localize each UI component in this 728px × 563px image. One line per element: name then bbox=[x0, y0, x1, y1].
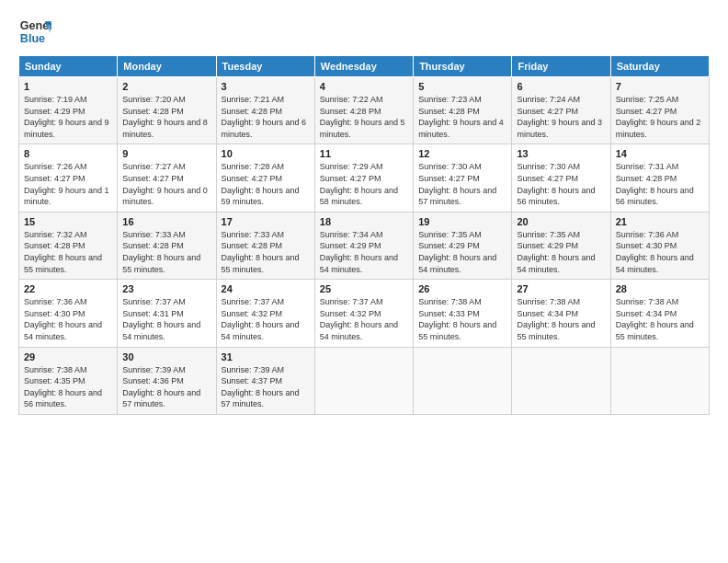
calendar-week-5: 29Sunrise: 7:38 AMSunset: 4:35 PMDayligh… bbox=[19, 347, 710, 414]
column-header-friday: Friday bbox=[512, 56, 610, 77]
day-number: 15 bbox=[24, 216, 112, 227]
calendar-cell: 11Sunrise: 7:29 AMSunset: 4:27 PMDayligh… bbox=[314, 144, 413, 212]
day-number: 25 bbox=[320, 283, 408, 294]
day-info: Sunrise: 7:39 AMSunset: 4:37 PMDaylight:… bbox=[222, 364, 310, 410]
calendar-week-4: 22Sunrise: 7:36 AMSunset: 4:30 PMDayligh… bbox=[19, 280, 710, 347]
day-number: 12 bbox=[418, 148, 506, 159]
day-info: Sunrise: 7:21 AMSunset: 4:28 PMDaylight:… bbox=[222, 94, 310, 140]
day-info: Sunrise: 7:33 AMSunset: 4:28 PMDaylight:… bbox=[122, 229, 210, 275]
day-info: Sunrise: 7:31 AMSunset: 4:28 PMDaylight:… bbox=[616, 161, 704, 207]
day-info: Sunrise: 7:38 AMSunset: 4:35 PMDaylight:… bbox=[24, 364, 112, 410]
day-info: Sunrise: 7:34 AMSunset: 4:29 PMDaylight:… bbox=[320, 229, 408, 275]
day-info: Sunrise: 7:29 AMSunset: 4:27 PMDaylight:… bbox=[320, 161, 408, 207]
day-number: 3 bbox=[222, 81, 310, 92]
calendar-cell: 21Sunrise: 7:36 AMSunset: 4:30 PMDayligh… bbox=[610, 212, 709, 279]
logo-icon: General Blue bbox=[18, 15, 51, 48]
day-number: 31 bbox=[222, 351, 310, 362]
day-info: Sunrise: 7:38 AMSunset: 4:33 PMDaylight:… bbox=[418, 296, 506, 342]
day-number: 30 bbox=[122, 351, 210, 362]
day-info: Sunrise: 7:38 AMSunset: 4:34 PMDaylight:… bbox=[517, 296, 605, 342]
day-info: Sunrise: 7:33 AMSunset: 4:28 PMDaylight:… bbox=[222, 229, 310, 275]
calendar-cell: 18Sunrise: 7:34 AMSunset: 4:29 PMDayligh… bbox=[314, 212, 413, 279]
calendar-cell: 28Sunrise: 7:38 AMSunset: 4:34 PMDayligh… bbox=[610, 280, 709, 347]
day-number: 10 bbox=[222, 148, 310, 159]
calendar-cell: 17Sunrise: 7:33 AMSunset: 4:28 PMDayligh… bbox=[216, 212, 314, 279]
column-header-tuesday: Tuesday bbox=[216, 56, 314, 77]
calendar-cell: 31Sunrise: 7:39 AMSunset: 4:37 PMDayligh… bbox=[216, 347, 314, 414]
page: General Blue SundayMondayTuesdayWednesda… bbox=[0, 0, 728, 563]
calendar-cell: 8Sunrise: 7:26 AMSunset: 4:27 PMDaylight… bbox=[19, 144, 118, 212]
day-info: Sunrise: 7:27 AMSunset: 4:27 PMDaylight:… bbox=[122, 161, 210, 207]
calendar-cell: 24Sunrise: 7:37 AMSunset: 4:32 PMDayligh… bbox=[216, 280, 314, 347]
calendar-cell: 1Sunrise: 7:19 AMSunset: 4:29 PMDaylight… bbox=[19, 77, 118, 144]
calendar-cell: 23Sunrise: 7:37 AMSunset: 4:31 PMDayligh… bbox=[118, 280, 216, 347]
day-number: 14 bbox=[616, 148, 704, 159]
day-number: 29 bbox=[24, 351, 112, 362]
column-header-sunday: Sunday bbox=[19, 56, 118, 77]
calendar-cell: 15Sunrise: 7:32 AMSunset: 4:28 PMDayligh… bbox=[19, 212, 118, 279]
calendar-cell bbox=[314, 347, 413, 414]
day-number: 16 bbox=[122, 216, 210, 227]
calendar-cell: 25Sunrise: 7:37 AMSunset: 4:32 PMDayligh… bbox=[314, 280, 413, 347]
day-info: Sunrise: 7:28 AMSunset: 4:27 PMDaylight:… bbox=[222, 161, 310, 207]
day-info: Sunrise: 7:36 AMSunset: 4:30 PMDaylight:… bbox=[616, 229, 704, 275]
column-header-wednesday: Wednesday bbox=[314, 56, 413, 77]
calendar-cell: 16Sunrise: 7:33 AMSunset: 4:28 PMDayligh… bbox=[118, 212, 216, 279]
calendar-cell: 26Sunrise: 7:38 AMSunset: 4:33 PMDayligh… bbox=[414, 280, 512, 347]
day-number: 23 bbox=[122, 283, 210, 294]
day-info: Sunrise: 7:35 AMSunset: 4:29 PMDaylight:… bbox=[517, 229, 605, 275]
column-header-thursday: Thursday bbox=[414, 56, 512, 77]
day-info: Sunrise: 7:30 AMSunset: 4:27 PMDaylight:… bbox=[418, 161, 506, 207]
day-number: 21 bbox=[616, 216, 704, 227]
day-number: 22 bbox=[24, 283, 112, 294]
day-number: 13 bbox=[517, 148, 605, 159]
day-number: 11 bbox=[320, 148, 408, 159]
calendar-cell: 20Sunrise: 7:35 AMSunset: 4:29 PMDayligh… bbox=[512, 212, 610, 279]
calendar-header-row: SundayMondayTuesdayWednesdayThursdayFrid… bbox=[19, 56, 710, 77]
day-number: 6 bbox=[517, 81, 605, 92]
calendar-week-1: 1Sunrise: 7:19 AMSunset: 4:29 PMDaylight… bbox=[19, 77, 710, 144]
day-number: 7 bbox=[616, 81, 704, 92]
calendar-cell: 30Sunrise: 7:39 AMSunset: 4:36 PMDayligh… bbox=[118, 347, 216, 414]
calendar-week-2: 8Sunrise: 7:26 AMSunset: 4:27 PMDaylight… bbox=[19, 144, 710, 212]
day-info: Sunrise: 7:19 AMSunset: 4:29 PMDaylight:… bbox=[24, 94, 112, 140]
calendar-cell: 19Sunrise: 7:35 AMSunset: 4:29 PMDayligh… bbox=[414, 212, 512, 279]
calendar-cell: 27Sunrise: 7:38 AMSunset: 4:34 PMDayligh… bbox=[512, 280, 610, 347]
day-info: Sunrise: 7:35 AMSunset: 4:29 PMDaylight:… bbox=[418, 229, 506, 275]
column-header-saturday: Saturday bbox=[610, 56, 709, 77]
calendar-cell: 12Sunrise: 7:30 AMSunset: 4:27 PMDayligh… bbox=[414, 144, 512, 212]
day-info: Sunrise: 7:26 AMSunset: 4:27 PMDaylight:… bbox=[24, 161, 112, 207]
calendar-cell: 7Sunrise: 7:25 AMSunset: 4:27 PMDaylight… bbox=[610, 77, 709, 144]
day-number: 19 bbox=[418, 216, 506, 227]
day-number: 8 bbox=[24, 148, 112, 159]
calendar-cell: 5Sunrise: 7:23 AMSunset: 4:28 PMDaylight… bbox=[414, 77, 512, 144]
logo: General Blue bbox=[18, 15, 51, 48]
calendar-cell: 9Sunrise: 7:27 AMSunset: 4:27 PMDaylight… bbox=[118, 144, 216, 212]
calendar-cell: 10Sunrise: 7:28 AMSunset: 4:27 PMDayligh… bbox=[216, 144, 314, 212]
day-number: 24 bbox=[222, 283, 310, 294]
day-info: Sunrise: 7:37 AMSunset: 4:32 PMDaylight:… bbox=[222, 296, 310, 342]
day-number: 5 bbox=[418, 81, 506, 92]
svg-text:Blue: Blue bbox=[20, 32, 45, 45]
day-number: 2 bbox=[122, 81, 210, 92]
calendar-cell bbox=[512, 347, 610, 414]
calendar-table: SundayMondayTuesdayWednesdayThursdayFrid… bbox=[18, 55, 710, 415]
day-info: Sunrise: 7:38 AMSunset: 4:34 PMDaylight:… bbox=[616, 296, 704, 342]
day-number: 17 bbox=[222, 216, 310, 227]
column-header-monday: Monday bbox=[118, 56, 216, 77]
day-info: Sunrise: 7:22 AMSunset: 4:28 PMDaylight:… bbox=[320, 94, 408, 140]
calendar-cell: 2Sunrise: 7:20 AMSunset: 4:28 PMDaylight… bbox=[118, 77, 216, 144]
day-info: Sunrise: 7:30 AMSunset: 4:27 PMDaylight:… bbox=[517, 161, 605, 207]
calendar-cell: 29Sunrise: 7:38 AMSunset: 4:35 PMDayligh… bbox=[19, 347, 118, 414]
day-number: 28 bbox=[616, 283, 704, 294]
day-info: Sunrise: 7:25 AMSunset: 4:27 PMDaylight:… bbox=[616, 94, 704, 140]
day-info: Sunrise: 7:37 AMSunset: 4:31 PMDaylight:… bbox=[122, 296, 210, 342]
calendar-cell: 6Sunrise: 7:24 AMSunset: 4:27 PMDaylight… bbox=[512, 77, 610, 144]
day-info: Sunrise: 7:32 AMSunset: 4:28 PMDaylight:… bbox=[24, 229, 112, 275]
calendar-cell: 13Sunrise: 7:30 AMSunset: 4:27 PMDayligh… bbox=[512, 144, 610, 212]
calendar-cell: 4Sunrise: 7:22 AMSunset: 4:28 PMDaylight… bbox=[314, 77, 413, 144]
calendar-cell: 14Sunrise: 7:31 AMSunset: 4:28 PMDayligh… bbox=[610, 144, 709, 212]
day-info: Sunrise: 7:37 AMSunset: 4:32 PMDaylight:… bbox=[320, 296, 408, 342]
day-number: 27 bbox=[517, 283, 605, 294]
day-info: Sunrise: 7:23 AMSunset: 4:28 PMDaylight:… bbox=[418, 94, 506, 140]
